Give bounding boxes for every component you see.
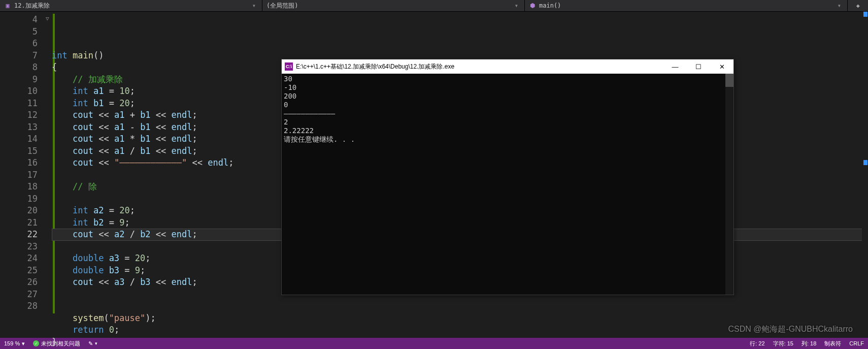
- console-text: 30-102000————————————22.22222请按任意键继续. . …: [284, 75, 731, 144]
- scrollbar-thumb[interactable]: [725, 74, 733, 87]
- dropdown-icon[interactable]: ▾: [836, 2, 843, 9]
- function-name: main(): [539, 2, 561, 9]
- split-button[interactable]: ✚: [848, 0, 868, 11]
- cpp-file-icon: ▣: [4, 2, 11, 9]
- console-output[interactable]: 30-102000————————————22.22222请按任意键继续. . …: [282, 74, 733, 295]
- function-dropdown[interactable]: ⬢ main() ▾: [525, 0, 848, 11]
- scope-dropdown[interactable]: (全局范围) ▾: [262, 0, 525, 11]
- function-icon: ⬢: [529, 2, 536, 9]
- code-line: }: [52, 336, 868, 348]
- code-line: [52, 300, 868, 312]
- watermark: CSDN @鲍海超-GNUBHCkalitarro: [728, 324, 853, 335]
- navigation-bar: ▣ 12.加减乘除 ▾ (全局范围) ▾ ⬢ main() ▾ ✚: [0, 0, 868, 12]
- console-title: E:\c++\1.c++基础\12.加减乘除\x64\Debug\12.加减乘除…: [296, 62, 663, 71]
- maximize-button[interactable]: ☐: [687, 59, 710, 74]
- dropdown-icon[interactable]: ▾: [513, 2, 520, 9]
- file-tab[interactable]: ▣ 12.加减乘除 ▾: [0, 0, 262, 11]
- zoom-level[interactable]: 159 % ▾: [0, 340, 29, 347]
- fold-icon[interactable]: ▽: [46, 15, 49, 22]
- zoom-dropdown-icon: ▾: [22, 340, 25, 347]
- check-icon: ✓: [33, 340, 39, 346]
- dropdown-icon[interactable]: ▾: [250, 2, 258, 9]
- console-scrollbar[interactable]: [725, 74, 733, 295]
- code-line: system("pause");: [52, 312, 868, 325]
- scope-label: (全局范围): [266, 2, 298, 10]
- split-icon: ✚: [856, 2, 859, 9]
- close-button[interactable]: ✕: [710, 59, 733, 74]
- scroll-marker: [863, 12, 867, 17]
- line-number-gutter: 4567891011121314151617181920212223242526…: [0, 12, 45, 338]
- console-titlebar[interactable]: C:\ E:\c++\1.c++基础\12.加减乘除\x64\Debug\12.…: [282, 59, 733, 74]
- zoom-text: 159 %: [4, 340, 20, 346]
- file-name: 12.加减乘除: [14, 2, 50, 10]
- console-icon: C:\: [285, 62, 293, 71]
- minimize-button[interactable]: —: [663, 59, 687, 74]
- folding-margin[interactable]: ▽: [45, 12, 52, 338]
- console-window[interactable]: C:\ E:\c++\1.c++基础\12.加减乘除\x64\Debug\12.…: [281, 59, 734, 295]
